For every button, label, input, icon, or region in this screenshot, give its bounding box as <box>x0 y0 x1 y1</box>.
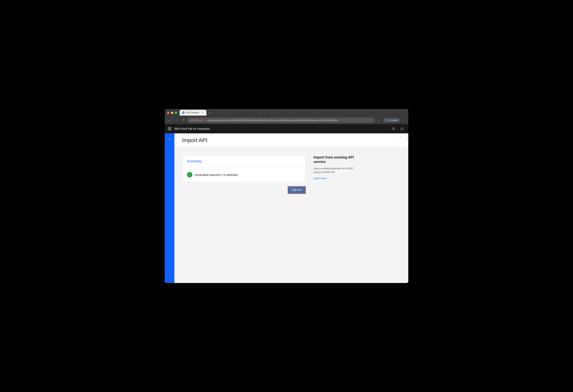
security-warning: ⚠ Not Secure <box>189 119 203 122</box>
page-header: Import API <box>174 133 408 147</box>
summary-card: Summary ✓ Generated OpenAPI 2.0 definiti… <box>182 155 306 182</box>
edit-api-button[interactable]: Edit API <box>288 186 306 194</box>
bookmark-button[interactable]: ☆ <box>376 118 382 123</box>
close-button[interactable] <box>167 111 170 114</box>
page-content: ← Import API <box>165 133 408 283</box>
info-sidebar: Import from existing API service Use an … <box>314 155 356 275</box>
svg-line-11 <box>397 138 399 143</box>
network-graphic <box>385 133 408 147</box>
not-secure-label: Not Secure <box>192 119 203 121</box>
tab-bar: A API Connect × + <box>179 110 406 116</box>
main-area: Import API <box>174 133 408 283</box>
address-bar[interactable]: ⚠ Not Secure | mgmt.icp-proxy.djc-icp4i-… <box>188 118 375 123</box>
settings-icon[interactable]: ⚙ <box>391 126 397 132</box>
success-message: Generated OpenAPI 2.0 definition <box>195 173 238 177</box>
svg-line-12 <box>397 137 401 138</box>
app-bar: IBM Cloud Pak for Integration ⚙ <box>165 124 408 133</box>
url-text: mgmt.icp-proxy.djc-icp4i-5290c8c8e579792… <box>207 119 373 121</box>
reload-button[interactable]: ↺ <box>180 118 186 123</box>
svg-point-0 <box>401 127 403 129</box>
warning-icon: ⚠ <box>189 119 191 122</box>
incognito-label: Incognito <box>389 119 398 121</box>
new-tab-button[interactable]: + <box>207 110 212 115</box>
back-button[interactable]: ← <box>166 135 173 142</box>
app-bar-right: ⚙ <box>391 126 405 132</box>
browser-window: A API Connect × + ← → ↺ ⚠ Not Secure | m… <box>165 109 408 283</box>
summary-body: ✓ Generated OpenAPI 2.0 definition <box>182 167 306 182</box>
learn-more-link[interactable]: Learn more <box>314 177 326 180</box>
nav-bar: ← → ↺ ⚠ Not Secure | mgmt.icp-proxy.djc-… <box>165 116 408 124</box>
sidebar-strip: ← <box>165 133 174 283</box>
more-options-button[interactable]: ⋮ <box>401 118 406 123</box>
nav-icons: ☆ 👤 Incognito ⋮ <box>376 118 406 123</box>
hamburger-menu[interactable] <box>168 127 171 130</box>
maximize-button[interactable] <box>175 111 177 114</box>
success-check-icon: ✓ <box>187 172 192 178</box>
minimize-button[interactable] <box>171 111 173 114</box>
summary-header: Summary <box>182 155 306 167</box>
app-title: IBM Cloud Pak for Integration <box>174 127 210 130</box>
title-bar: A API Connect × + <box>165 109 408 116</box>
edit-api-row: Edit API <box>182 182 306 194</box>
active-tab[interactable]: A API Connect × <box>179 110 206 116</box>
incognito-icon: 👤 <box>385 119 388 122</box>
svg-line-7 <box>401 135 404 137</box>
incognito-badge[interactable]: 👤 Incognito <box>383 118 400 122</box>
forward-nav-button[interactable]: → <box>174 118 179 123</box>
traffic-lights <box>167 111 177 114</box>
main-card-area: Summary ✓ Generated OpenAPI 2.0 definiti… <box>182 155 306 275</box>
summary-heading: Summary <box>187 159 301 163</box>
tab-favicon: A <box>182 111 185 114</box>
page-body: Summary ✓ Generated OpenAPI 2.0 definiti… <box>174 147 408 283</box>
tab-close-button[interactable]: × <box>201 111 204 114</box>
page-title: Import API <box>182 137 207 143</box>
svg-line-10 <box>399 142 403 143</box>
tab-label: API Connect <box>186 111 199 114</box>
user-icon[interactable] <box>399 126 405 132</box>
info-description: Use an existing definition of a REST pro… <box>314 167 356 174</box>
back-nav-button[interactable]: ← <box>167 118 172 123</box>
svg-line-9 <box>403 139 406 142</box>
svg-line-13 <box>401 137 403 142</box>
info-title: Import from existing API service <box>314 155 356 164</box>
svg-line-8 <box>404 135 406 139</box>
